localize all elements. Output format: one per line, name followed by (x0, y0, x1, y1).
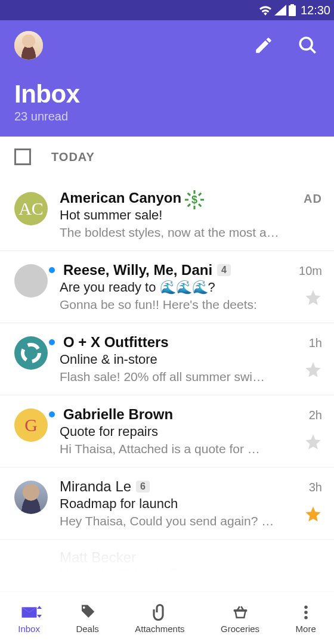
tag-icon (78, 602, 98, 623)
nav-attachments[interactable]: Attachments (135, 602, 184, 634)
unread-dot (49, 339, 55, 345)
deal-icon (186, 191, 203, 208)
star-button[interactable] (304, 433, 322, 451)
sender-name: O + X Outfitters (63, 334, 169, 351)
nav-deals[interactable]: Deals (76, 602, 98, 634)
sender-name: American Canyon (60, 190, 181, 206)
sender-avatar[interactable] (14, 264, 48, 298)
email-snippet: Hi Thaisa, Attached is a quote for … (60, 442, 279, 456)
email-subject: Are you ready to 🌊🌊🌊? (60, 280, 279, 295)
sender-avatar[interactable] (14, 481, 48, 514)
nav-label: More (296, 624, 316, 634)
svg-point-6 (304, 616, 308, 620)
svg-rect-3 (233, 609, 247, 612)
email-time: 10m (299, 264, 322, 278)
list-item[interactable]: Reese, Willy, Me, Dani4Are you ready to … (0, 251, 334, 323)
svg-line-1 (310, 48, 316, 53)
thread-count: 6 (136, 481, 150, 493)
sender-name: Miranda Le (60, 478, 131, 495)
basket-icon (230, 602, 250, 623)
email-snippet: Flash sale! 20% off all summer swi… (60, 370, 279, 384)
star-button[interactable] (304, 505, 322, 523)
svg-point-4 (304, 606, 308, 609)
section-header: TODAY (0, 137, 334, 178)
svg-point-2 (23, 345, 39, 361)
app-bar: Inbox 23 unread (0, 20, 334, 137)
email-subject: Online & in-store (60, 352, 279, 367)
email-subject: Roadmap for launch (60, 496, 279, 512)
sender-avatar[interactable]: G (14, 408, 48, 442)
search-button[interactable] (296, 33, 320, 57)
pencil-icon (253, 35, 274, 55)
star-button[interactable] (304, 361, 322, 379)
svg-point-0 (300, 38, 312, 49)
nav-label: Inbox (18, 624, 40, 634)
email-snippet: The boldest styles, now at the most adv… (60, 225, 279, 240)
email-time: 3h (309, 481, 322, 494)
nav-inbox[interactable]: Inbox (18, 602, 40, 634)
compose-button[interactable] (252, 33, 276, 57)
sender-name: Reese, Willy, Me, Dani (63, 262, 212, 278)
nav-more[interactable]: More (296, 602, 316, 634)
wifi-icon (259, 5, 272, 16)
ad-label: AD (304, 192, 322, 206)
status-time: 12:30 (301, 4, 330, 17)
sender-avatar[interactable]: AC (14, 192, 48, 225)
email-time: 2h (309, 408, 322, 422)
thread-count: 4 (217, 264, 231, 276)
bottom-nav: InboxDealsAttachmentsGroceriesMore (0, 592, 334, 644)
email-time: 1h (309, 336, 322, 350)
nav-groceries[interactable]: Groceries (221, 602, 259, 634)
more-icon (296, 602, 316, 623)
nav-label: Attachments (135, 624, 184, 634)
email-subject: Quote for repairs (60, 424, 279, 439)
search-icon (298, 35, 318, 55)
email-snippet: Gonna be so fun!! Here's the deets: (60, 298, 279, 312)
sender-avatar[interactable] (14, 336, 48, 370)
unread-count: 23 unread (14, 110, 320, 123)
list-item[interactable]: ACAmerican CanyonHot summer sale!The bol… (0, 179, 334, 251)
star-button[interactable] (304, 289, 322, 306)
list-item[interactable]: GGabrielle BrownQuote for repairsHi Thai… (0, 395, 334, 467)
email-list: ACAmerican CanyonHot summer sale!The bol… (0, 178, 334, 540)
unread-dot (49, 411, 55, 417)
nav-label: Groceries (221, 624, 259, 634)
profile-avatar[interactable] (14, 31, 43, 60)
select-all-checkbox[interactable] (14, 148, 31, 165)
svg-point-5 (304, 611, 308, 614)
sender-name: Gabrielle Brown (63, 406, 173, 423)
status-bar: 12:30 (0, 0, 334, 20)
list-item[interactable]: O + X OutfittersOnline & in-storeFlash s… (0, 323, 334, 395)
mail-icon (19, 602, 39, 623)
nav-label: Deals (76, 624, 98, 634)
email-subject: Hot summer sale! (60, 208, 279, 223)
unread-dot (49, 267, 55, 273)
section-label: TODAY (51, 150, 95, 164)
battery-icon (289, 4, 296, 16)
clip-icon (150, 602, 170, 623)
cellular-icon (274, 5, 286, 16)
fade-overlay (0, 526, 334, 592)
page-title: Inbox (14, 80, 320, 109)
